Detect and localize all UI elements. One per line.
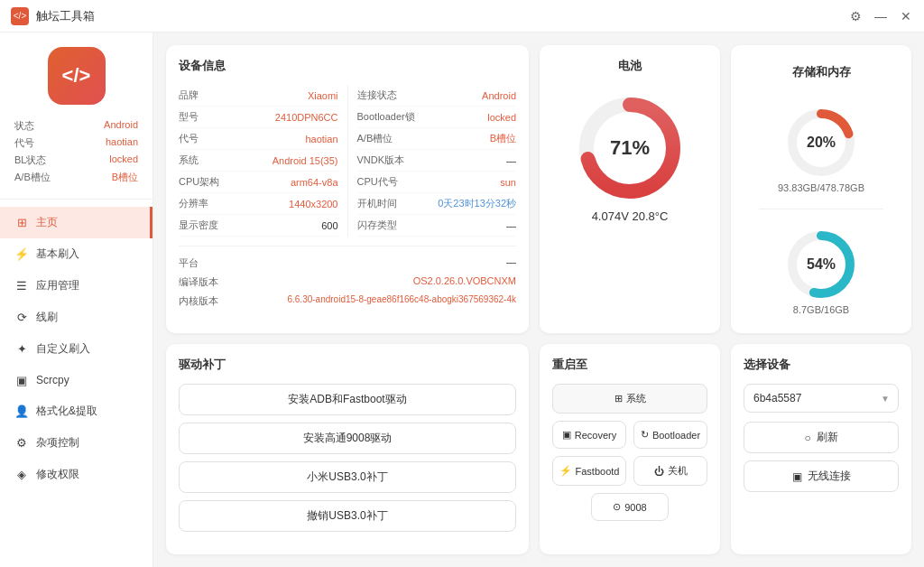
cpu-code-value: sun [500, 177, 516, 188]
kernel-label: 内核版本 [179, 294, 228, 308]
sidebar-item-permissions[interactable]: ◈ 修改权限 [0, 459, 152, 490]
device-select-card: 选择设备 6b4a5587 ▼ ○ 刷新 ▣ 无线连接 [731, 344, 911, 554]
density-label: 显示密度 [179, 218, 228, 232]
storage-percent-mem: 54% [807, 256, 836, 273]
status-label-bl: BL状态 [14, 153, 46, 167]
status-value-codename: haotian [106, 136, 138, 150]
device-info-card: 设备信息 品牌 Xiaomi 型号 2410DPN6CC 代号 haotian [166, 45, 529, 333]
wireless-icon: ▣ [792, 470, 802, 483]
storage-donut-disk: 20% [785, 107, 857, 179]
sidebar-item-misc[interactable]: ⚙ 杂项控制 [0, 427, 152, 459]
reboot-card: 重启至 ⊞ 系统 ▣ Recovery ↻ Bootloader [540, 344, 720, 554]
reboot-title: 重启至 [552, 357, 707, 373]
titlebar: </> 触坛工具箱 ⚙ — ✕ [0, 0, 924, 33]
custom-flash-icon: ✦ [14, 342, 29, 357]
status-label-slot: A/B槽位 [14, 171, 51, 184]
codename-label: 代号 [179, 132, 228, 145]
vndk-label: VNDK版本 [357, 153, 407, 167]
refresh-device-button[interactable]: ○ 刷新 [744, 422, 899, 453]
9008-icon: ⊙ [613, 501, 621, 513]
close-button[interactable]: ✕ [899, 9, 913, 23]
permissions-icon: ◈ [14, 468, 29, 482]
app-icon: </> [11, 7, 29, 25]
info-row-connection: 连接状态 Android [357, 85, 517, 107]
reboot-poweroff-button[interactable]: ⏻ 关机 [633, 456, 707, 486]
density-value: 600 [321, 220, 337, 231]
device-info-title: 设备信息 [179, 58, 516, 74]
reboot-9008-button[interactable]: ⊙ 9008 [591, 493, 669, 521]
flash-icon: ⚡ [14, 247, 29, 262]
status-row-bl: BL状态 locked [14, 153, 138, 167]
revoke-usb3-button[interactable]: 撤销USB3.0补丁 [179, 500, 516, 532]
info-row-brand: 品牌 Xiaomi [179, 85, 338, 107]
codename-value: haotian [305, 134, 337, 144]
titlebar-title: 触坛工具箱 [36, 8, 95, 24]
platform-section: 平台 — 编译版本 OS2.0.26.0.VOBCNXM 内核版本 6.6.30… [179, 246, 516, 311]
reboot-bootloader-button[interactable]: ↻ Bootloader [633, 421, 707, 449]
driver-btn-list: 安装ADB和Fastboot驱动 安装高通9008驱动 小米USB3.0补丁 撤… [179, 384, 516, 532]
info-row-flash-type: 闪存类型 — [357, 215, 517, 237]
bootloader-icon: ↻ [641, 429, 649, 441]
slot-value: B槽位 [490, 132, 516, 145]
storage-title: 存储和内存 [792, 64, 851, 80]
storage-card: 存储和内存 20% 93.83GB/478.78GB [731, 45, 911, 333]
sidebar-item-flash[interactable]: ⚡ 基本刷入 [0, 238, 152, 270]
sidebar-item-format[interactable]: 👤 格式化&提取 [0, 395, 152, 427]
os-label: 系统 [179, 153, 228, 167]
bootloader-label: Bootloader锁 [357, 110, 415, 124]
reboot-btn-list: ⊞ 系统 ▣ Recovery ↻ Bootloader ⚡ Fastbootd [552, 384, 707, 521]
sidebar-item-apps[interactable]: ☰ 应用管理 [0, 270, 152, 302]
install-qualcomm-9008-button[interactable]: 安装高通9008驱动 [179, 423, 516, 454]
sidebar-item-home[interactable]: ⊞ 主页 [0, 207, 152, 238]
info-row-density: 显示密度 600 [179, 215, 338, 237]
install-xiaomi-usb3-button[interactable]: 小米USB3.0补丁 [179, 461, 516, 493]
sidebar-item-misc-label: 杂项控制 [36, 435, 79, 451]
device-info-left: 品牌 Xiaomi 型号 2410DPN6CC 代号 haotian 系统 An… [179, 85, 338, 237]
reboot-grid: ▣ Recovery ↻ Bootloader ⚡ Fastbootd ⏻ 关机 [552, 421, 707, 521]
reboot-fastbootd-button[interactable]: ⚡ Fastbootd [552, 456, 626, 486]
storage-percent-disk: 20% [807, 135, 836, 151]
status-row-codename: 代号 haotian [14, 136, 138, 150]
refresh-icon: ○ [804, 432, 810, 444]
install-adb-fastboot-button[interactable]: 安装ADB和Fastboot驱动 [179, 384, 516, 415]
device-info-right: 连接状态 Android Bootloader锁 locked A/B槽位 B槽… [357, 85, 517, 237]
kernel-value: 6.6.30-android15-8-geae86f166c48-abogki3… [287, 294, 516, 308]
settings-button[interactable]: ⚙ [848, 9, 863, 23]
status-row-state: 状态 Android [14, 119, 138, 133]
battery-info: 4.074V 20.8°C [592, 209, 669, 223]
system-icon: ⊞ [614, 393, 623, 404]
device-select-dropdown[interactable]: 6b4a5587 [744, 384, 899, 413]
device-select-title: 选择设备 [744, 357, 899, 373]
sidebar-item-custom-flash[interactable]: ✦ 自定义刷入 [0, 333, 152, 365]
wireless-connect-button[interactable]: ▣ 无线连接 [744, 460, 899, 492]
sidebar-item-cable-flash[interactable]: ⟳ 线刷 [0, 302, 152, 333]
info-row-codename: 代号 haotian [179, 128, 338, 150]
battery-donut: 71% [576, 94, 684, 202]
device-btns: ○ 刷新 ▣ 无线连接 [744, 422, 899, 492]
platform-row: 平台 — [179, 254, 516, 273]
info-row-model: 型号 2410DPN6CC [179, 107, 338, 128]
storage-label-disk: 93.83GB/478.78GB [778, 182, 864, 193]
storage-label-mem: 8.7GB/16GB [793, 304, 849, 315]
info-row-vndk: VNDK版本 — [357, 150, 517, 172]
connection-value: Android [482, 90, 516, 101]
minimize-button[interactable]: — [873, 9, 888, 23]
sidebar-item-format-label: 格式化&提取 [36, 404, 97, 419]
compile-label: 编译版本 [179, 275, 228, 289]
storage-donut-mem: 54% [785, 228, 857, 301]
status-value-state: Android [104, 119, 138, 133]
info-row-cpu-code: CPU代号 sun [357, 172, 517, 193]
sidebar-item-scrcpy[interactable]: ▣ Scrcpy [0, 365, 152, 395]
sidebar-nav: ⊞ 主页 ⚡ 基本刷入 ☰ 应用管理 ⟳ 线刷 ✦ 自定义刷入 ▣ Scrcpy [0, 207, 152, 553]
storage-item-disk: 20% 93.83GB/478.78GB [744, 103, 899, 193]
info-row-resolution: 分辨率 1440x3200 [179, 193, 338, 215]
reboot-recovery-button[interactable]: ▣ Recovery [552, 421, 626, 449]
sidebar-status: 状态 Android 代号 haotian BL状态 locked A/B槽位 … [0, 119, 152, 200]
home-icon: ⊞ [14, 216, 29, 230]
reboot-system-button[interactable]: ⊞ 系统 [552, 384, 707, 414]
compile-row: 编译版本 OS2.0.26.0.VOBCNXM [179, 273, 516, 292]
content-area: 设备信息 品牌 Xiaomi 型号 2410DPN6CC 代号 haotian [153, 33, 924, 567]
logo-box: </> [48, 47, 106, 105]
sidebar-logo: </> [0, 47, 152, 105]
titlebar-controls: ⚙ — ✕ [848, 9, 913, 23]
